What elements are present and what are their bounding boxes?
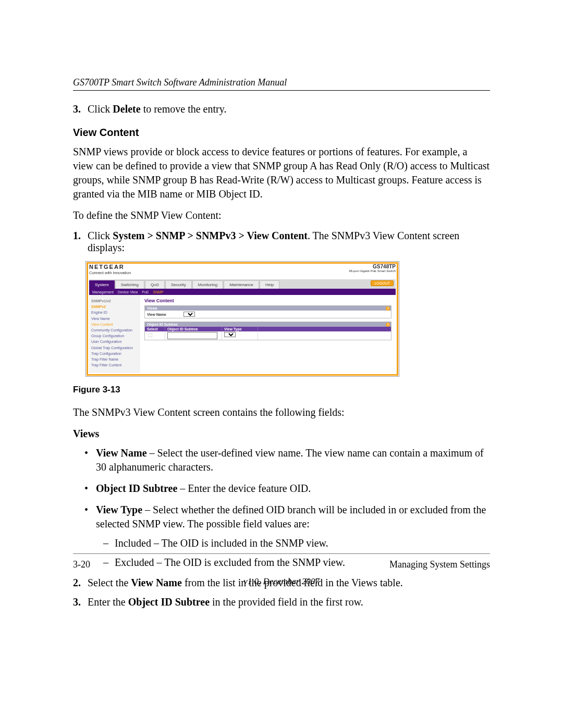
step-3-marker: 3.	[73, 103, 88, 115]
model-desc: 48-port Gigabit PoE Smart Switch	[349, 269, 396, 273]
step-3b-marker: 3.	[73, 596, 88, 608]
view-content-heading: View Content	[73, 127, 490, 139]
bullet-view-name: View Name – Select the user-defined view…	[82, 446, 490, 474]
k: View Name	[96, 447, 147, 459]
logout-button[interactable]: LOGOUT	[371, 280, 394, 286]
t: Click	[88, 230, 113, 241]
sidebar-item[interactable]: Trap Configuration	[91, 351, 138, 356]
subtab-device-view[interactable]: Device View	[118, 290, 138, 294]
view-type-select[interactable]	[224, 332, 236, 337]
tab-switching[interactable]: Switching	[115, 280, 144, 289]
running-header: GS700TP Smart Switch Software Administra…	[73, 77, 490, 90]
tab-qos[interactable]: QoS	[145, 280, 165, 289]
sidebar-item[interactable]: Trap Filter Content	[91, 362, 138, 368]
logo-tagline: Connect with Innovation	[89, 270, 131, 275]
views-panel-header: Views	[147, 306, 157, 310]
sidebar-item[interactable]: Group Configuration	[91, 333, 138, 339]
sidebar-item[interactable]: View Name	[91, 316, 138, 322]
bullet-oid-subtree: Object ID Subtree – Enter the device fea…	[82, 482, 490, 496]
oid-panel-header: Object ID Subtree	[147, 323, 178, 326]
help-icon[interactable]: ?	[386, 306, 390, 311]
version-line: v1.0, December 2007	[73, 576, 490, 587]
k: Object ID Subtree	[96, 483, 177, 494]
sidebar-item[interactable]: User Configuration	[91, 339, 138, 344]
page-number: 3-20	[73, 559, 90, 570]
sidebar-item[interactable]: Trap Filter Name	[91, 356, 138, 362]
help-icon[interactable]: ?	[386, 323, 390, 327]
model-number: GS748TP	[349, 264, 396, 269]
t: – Select the user-defined view name. The…	[96, 447, 484, 473]
sidebar: SNMPv1/v2 SNMPv3 Engine ID View Name Vie…	[89, 295, 140, 373]
delete-keyword: Delete	[113, 103, 140, 115]
footer-rule	[73, 553, 490, 554]
sidebar-item-view-content[interactable]: View Content	[91, 322, 138, 327]
t: – Enter the device feature OID.	[177, 483, 311, 494]
intro-paragraph: SNMP views provide or block access to de…	[73, 145, 490, 201]
step-3b-text: Enter the Object ID Subtree in the provi…	[88, 596, 490, 608]
section-name: Managing System Settings	[389, 559, 490, 570]
oid-panel: Object ID Subtree? Select Object ID Subt…	[144, 322, 391, 340]
tab-help[interactable]: Help	[260, 280, 279, 289]
figure-3-13-screenshot: NETGEAR Connect with Innovation GS748TP …	[85, 261, 399, 377]
nav-path: System > SNMP > SNMPv3 > View Content	[113, 230, 308, 241]
views-panel: Views? View Name	[144, 305, 391, 318]
step-3-text: Click Delete to remove the entry.	[88, 103, 490, 115]
after-figure-text: The SNMPv3 View Content screen contains …	[73, 405, 490, 419]
sub-tabs: Management Device View PoE SNMP	[89, 289, 396, 295]
sidebar-item[interactable]: Community Configuration	[91, 327, 138, 333]
subtab-management[interactable]: Management	[92, 290, 114, 294]
t: – Select whether the defined OID branch …	[96, 504, 486, 529]
th-select: Select	[145, 327, 165, 331]
sidebar-group-v1v2: SNMPv1/v2	[91, 298, 138, 304]
k: Object ID Subtree	[128, 596, 210, 608]
sidebar-group-v3: SNMPv3	[91, 304, 138, 310]
views-subheading: Views	[73, 427, 490, 441]
t: Click	[88, 103, 113, 115]
to-define-line: To define the SNMP View Content:	[73, 208, 490, 223]
step-1-marker: 1.	[73, 230, 88, 254]
th-view-type: View Type	[222, 327, 258, 331]
step-1-text: Click System > SNMP > SNMPv3 > View Cont…	[88, 230, 490, 254]
netgear-logo: NETGEAR	[89, 264, 131, 270]
tab-security[interactable]: Security	[165, 280, 192, 289]
th-oid: Object ID Subtree	[165, 327, 222, 331]
t: in the provided field in the first row.	[210, 596, 363, 608]
tab-system[interactable]: System	[89, 280, 115, 289]
tab-maintenance[interactable]: Maintenance	[224, 280, 259, 289]
subtab-poe[interactable]: PoE	[142, 290, 149, 294]
row-select-checkbox[interactable]	[149, 334, 153, 338]
oid-input[interactable]	[167, 332, 217, 339]
view-name-select[interactable]	[183, 312, 195, 317]
tab-monitoring[interactable]: Monitoring	[192, 280, 223, 289]
t: Enter the	[88, 596, 128, 608]
sidebar-item[interactable]: Global Trap Configuration	[91, 345, 138, 351]
panel-title: View Content	[144, 298, 391, 303]
t: to remove the entry.	[141, 103, 227, 115]
view-name-label: View Name	[147, 313, 183, 316]
header-rule	[73, 90, 490, 91]
k: View Type	[96, 504, 142, 515]
subtab-snmp[interactable]: SNMP	[153, 290, 163, 294]
sidebar-item[interactable]: Engine ID	[91, 310, 138, 315]
figure-label: Figure 3-13	[73, 384, 490, 396]
main-tabs: System Switching QoS Security Monitoring…	[89, 279, 396, 290]
